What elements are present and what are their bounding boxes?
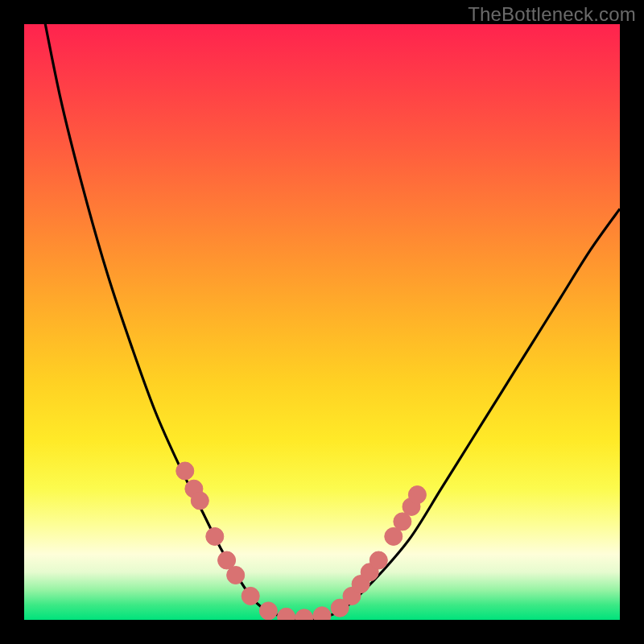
curve-marker [242, 587, 259, 605]
plot-area [24, 24, 620, 620]
bottleneck-curve [36, 24, 620, 620]
chart-frame: TheBottleneck.com [0, 0, 644, 644]
curve-marker [313, 607, 331, 620]
curve-marker [408, 486, 426, 504]
curve-svg [24, 24, 620, 620]
curve-marker [295, 609, 313, 620]
watermark-text: TheBottleneck.com [468, 3, 636, 26]
curve-marker [176, 462, 194, 480]
curve-marker [369, 551, 387, 569]
curve-marker [278, 608, 295, 620]
curve-marker [206, 527, 224, 545]
curve-markers [176, 462, 427, 620]
curve-marker [227, 567, 245, 584]
curve-marker [191, 492, 208, 510]
curve-marker [259, 602, 277, 620]
